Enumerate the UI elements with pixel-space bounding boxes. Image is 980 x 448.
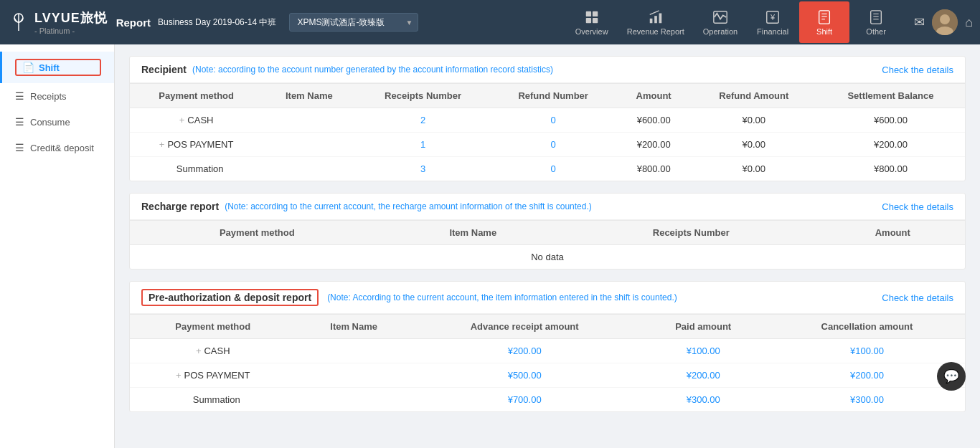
- sidebar-receipts-label: Receipts: [30, 91, 67, 102]
- advance-cell: ¥200.00: [412, 339, 638, 363]
- shift-icon: [816, 9, 832, 25]
- amount-cell: ¥200.00: [616, 133, 692, 157]
- balance-cell: ¥200.00: [816, 133, 965, 157]
- expand-icon[interactable]: +: [159, 139, 165, 150]
- cancel-cell: ¥300.00: [769, 388, 965, 412]
- table-row: No data: [130, 245, 965, 270]
- payment-cell: +POS PAYMENT: [130, 133, 263, 157]
- consume-sidebar-icon: ☰: [15, 116, 24, 128]
- nav-icons: Overview Revenue Report Operation ¥ Fina…: [567, 1, 901, 43]
- avatar[interactable]: [932, 9, 958, 35]
- hotel-select[interactable]: XPMS测试酒店-致臻版: [289, 13, 418, 32]
- avatar-image: [932, 9, 958, 35]
- nav-overview[interactable]: Overview: [567, 1, 617, 43]
- item-cell: [296, 388, 411, 412]
- refund-num-cell: 0: [491, 108, 616, 133]
- message-icon[interactable]: ✉: [914, 14, 925, 30]
- advance-cell: ¥500.00: [412, 363, 638, 388]
- logo-area: LVYUE旅悦 - Platinum - Report: [7, 9, 151, 35]
- refund-amount-cell: ¥0.00: [692, 157, 816, 181]
- recipient-title: Recipient: [141, 64, 187, 75]
- svg-rect-16: [871, 10, 882, 23]
- col-paid-amount: Paid amount: [637, 315, 768, 339]
- col-advance-receipt: Advance receipt amount: [412, 315, 638, 339]
- balance-cell: ¥800.00: [816, 157, 965, 181]
- amount-cell: ¥800.00: [616, 157, 692, 181]
- recipient-header: Recipient (Note: according to the accoun…: [130, 57, 965, 83]
- sidebar-item-shift[interactable]: 📄 Shift: [0, 52, 114, 83]
- nav-other[interactable]: Other: [851, 1, 901, 43]
- hotel-select-wrap[interactable]: XPMS测试酒店-致臻版 ▼: [289, 13, 418, 32]
- payment-cell: +CASH: [130, 339, 296, 363]
- item-cell: [263, 157, 355, 181]
- expand-icon[interactable]: +: [196, 345, 202, 356]
- credit-deposit-sidebar-icon: ☰: [15, 142, 24, 153]
- tier-label: - Platinum -: [34, 27, 108, 35]
- nav-financial[interactable]: ¥ Financial: [748, 1, 798, 43]
- svg-rect-6: [650, 18, 653, 22]
- svg-rect-2: [585, 11, 590, 16]
- shift-label: Shift: [816, 27, 832, 36]
- sidebar-item-consume[interactable]: ☰ Consume: [0, 109, 114, 135]
- col-receipts-number-1: Receipts Number: [355, 84, 490, 108]
- refund-num-cell: 0: [491, 133, 616, 157]
- col-settlement-balance-1: Settlement Balance: [816, 84, 965, 108]
- home-icon[interactable]: ⌂: [965, 15, 973, 30]
- col-refund-number-1: Refund Number: [491, 84, 616, 108]
- operation-icon: [712, 9, 728, 25]
- recipient-table-header: Payment method Item Name Receipts Number…: [130, 84, 965, 108]
- sidebar-consume-label: Consume: [30, 117, 70, 128]
- expand-icon[interactable]: +: [176, 370, 182, 381]
- sidebar-item-credit-deposit[interactable]: ☰ Credit& deposit: [0, 135, 114, 161]
- module-title: Report: [116, 16, 151, 29]
- table-row: +POS PAYMENT ¥500.00 ¥200.00 ¥200.00: [130, 363, 965, 388]
- cancel-cell: ¥100.00: [769, 339, 965, 363]
- nav-revenue-report[interactable]: Revenue Report: [618, 1, 693, 43]
- table-row: +POS PAYMENT 1 0 ¥200.00 ¥0.00 ¥200.00: [130, 133, 965, 157]
- sidebar-shift-label: Shift: [39, 62, 60, 73]
- recharge-section: Recharge report (Note: according to the …: [129, 193, 966, 270]
- col-amount-1: Amount: [616, 84, 692, 108]
- recharge-check-details[interactable]: Check the details: [882, 201, 953, 212]
- other-icon: [868, 9, 884, 25]
- nav-operation[interactable]: Operation: [694, 1, 746, 43]
- financial-icon: ¥: [765, 9, 781, 25]
- payment-cell: +POS PAYMENT: [130, 363, 296, 388]
- nav-shift[interactable]: Shift: [799, 1, 849, 43]
- col-amount-2: Amount: [821, 221, 965, 245]
- revenue-report-icon: [648, 9, 664, 25]
- svg-rect-7: [654, 16, 657, 23]
- svg-rect-5: [593, 17, 598, 22]
- preauth-section: Pre-authorization & deposit report (Note…: [129, 281, 966, 412]
- sidebar-item-receipts[interactable]: ☰ Receipts: [0, 83, 114, 109]
- expand-icon[interactable]: +: [179, 115, 185, 125]
- recipient-check-details[interactable]: Check the details: [882, 65, 953, 75]
- payment-cell: +CASH: [130, 108, 263, 133]
- preauth-check-details[interactable]: Check the details: [882, 292, 953, 303]
- recharge-table: Payment method Item Name Receipts Number…: [130, 220, 965, 269]
- overview-icon: [584, 9, 600, 25]
- preauth-title: Pre-authorization & deposit report: [141, 289, 319, 306]
- preauth-header: Pre-authorization & deposit report (Note…: [130, 282, 965, 314]
- shift-sidebar-icon: 📄: [22, 62, 34, 73]
- paid-cell: ¥100.00: [637, 339, 768, 363]
- other-label: Other: [866, 27, 886, 36]
- operation-label: Operation: [703, 27, 738, 36]
- item-cell: [296, 363, 411, 388]
- amount-cell: ¥600.00: [616, 108, 692, 133]
- item-cell: [296, 339, 411, 363]
- sidebar-credit-deposit-label: Credit& deposit: [30, 143, 94, 153]
- col-payment-method-2: Payment method: [130, 221, 385, 245]
- main-content: Recipient (Note: according to the accoun…: [115, 44, 980, 448]
- paid-cell: ¥300.00: [637, 388, 768, 412]
- item-cell: [263, 108, 355, 133]
- support-button[interactable]: 💬: [937, 362, 966, 391]
- col-refund-amount-1: Refund Amount: [692, 84, 816, 108]
- recipient-section: Recipient (Note: according to the accoun…: [129, 56, 966, 181]
- cancel-cell: ¥200.00: [769, 363, 965, 388]
- preauth-table-header: Payment method Item Name Advance receipt…: [130, 315, 965, 339]
- recharge-title: Recharge report: [141, 201, 219, 212]
- table-row: +CASH ¥200.00 ¥100.00 ¥100.00: [130, 339, 965, 363]
- logo-icon: [7, 11, 30, 34]
- col-item-name-1: Item Name: [263, 84, 355, 108]
